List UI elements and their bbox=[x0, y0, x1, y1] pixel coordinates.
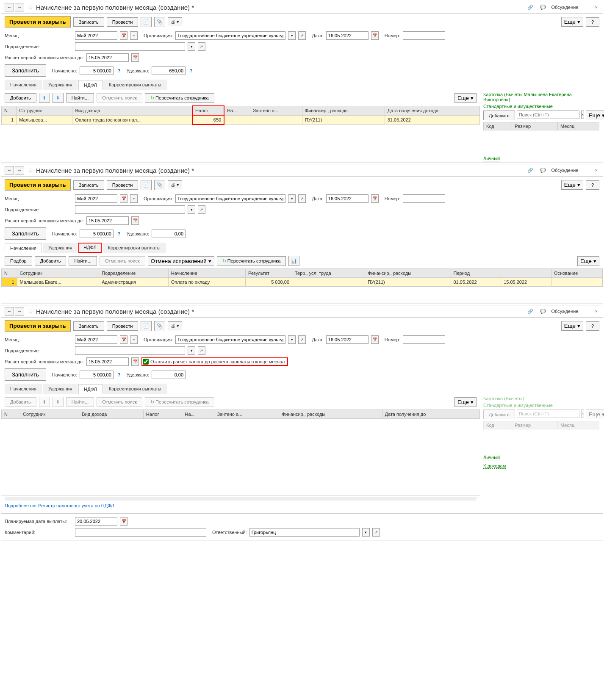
print-dropdown[interactable]: 🖨 ▾ bbox=[168, 321, 182, 330]
close-icon[interactable]: × bbox=[593, 308, 599, 315]
date-input[interactable] bbox=[326, 335, 368, 344]
personal-link[interactable]: Личный bbox=[483, 156, 500, 161]
find-button[interactable]: Найти... bbox=[66, 93, 94, 102]
attach-icon[interactable]: 📎 bbox=[154, 180, 165, 190]
discuss-label[interactable]: Обсуждение bbox=[551, 5, 578, 10]
accrued-input[interactable] bbox=[80, 66, 114, 75]
col-size[interactable]: Размер bbox=[512, 122, 558, 130]
sub-more-button[interactable]: Еще ▾ bbox=[454, 397, 477, 407]
report-icon[interactable]: 📄 bbox=[141, 180, 152, 190]
recalc-button[interactable]: ↻ Пересчитать сотрудника bbox=[145, 93, 214, 103]
back-button[interactable]: ← bbox=[5, 166, 14, 174]
number-input[interactable] bbox=[403, 335, 445, 344]
find-button[interactable]: Найти... bbox=[69, 256, 97, 266]
tab-ndfl[interactable]: НДФЛ bbox=[78, 80, 102, 90]
scrollbar[interactable] bbox=[5, 497, 477, 501]
right-more-button[interactable]: Еще ▾ bbox=[586, 111, 604, 120]
month-spin-icon[interactable]: ÷ bbox=[130, 194, 138, 203]
date-input[interactable] bbox=[326, 194, 368, 203]
post-button[interactable]: Провести bbox=[107, 321, 139, 331]
help-button[interactable]: ? bbox=[586, 180, 599, 190]
col-month[interactable]: Месяц bbox=[558, 122, 599, 130]
table-row[interactable]: 1 Малышева... Оплата труда (основная нал… bbox=[2, 115, 480, 125]
org-open-icon[interactable]: ↗ bbox=[298, 31, 306, 40]
print-dropdown[interactable]: 🖨 ▾ bbox=[168, 180, 182, 189]
print-dropdown[interactable]: 🖨 ▾ bbox=[168, 17, 182, 26]
right-add-button[interactable]: Добавить bbox=[483, 409, 515, 419]
help-button[interactable]: ? bbox=[586, 321, 599, 331]
favorite-icon[interactable]: ☆ bbox=[28, 3, 33, 11]
cancel-search-button[interactable]: Отменить поиск bbox=[100, 256, 145, 266]
col-credited[interactable]: Зачтено а... bbox=[250, 106, 302, 115]
tab-deductions[interactable]: Удержания bbox=[43, 384, 78, 394]
clear-search-icon[interactable]: × bbox=[581, 111, 584, 119]
org-input[interactable] bbox=[175, 335, 285, 344]
col-income[interactable]: Вид дохода bbox=[72, 106, 192, 115]
recalc-button[interactable]: ↻ Пересчитать сотрудника bbox=[145, 397, 214, 407]
favorite-icon[interactable]: ☆ bbox=[28, 166, 33, 174]
col-emp[interactable]: Сотрудник bbox=[17, 106, 72, 115]
withheld-input[interactable] bbox=[152, 230, 186, 238]
calc-date-input[interactable] bbox=[86, 216, 129, 225]
dept-select-icon[interactable]: ▾ bbox=[188, 42, 195, 51]
selection-button[interactable]: Подбор bbox=[5, 256, 32, 266]
dept-input[interactable] bbox=[75, 205, 185, 214]
fill-button[interactable]: Заполнить bbox=[5, 227, 46, 240]
org-input[interactable] bbox=[175, 31, 285, 40]
number-input[interactable] bbox=[403, 31, 445, 40]
calc-date-input[interactable] bbox=[86, 357, 129, 366]
personal-link[interactable]: Личный bbox=[483, 455, 500, 460]
planned-input[interactable] bbox=[75, 517, 117, 526]
cancel-search-button[interactable]: Отменить поиск bbox=[97, 397, 142, 407]
month-cal-icon[interactable]: 📅 bbox=[120, 194, 127, 203]
right-search-input[interactable] bbox=[517, 111, 579, 119]
post-close-button[interactable]: Провести и закрыть bbox=[5, 179, 71, 191]
close-icon[interactable]: × bbox=[593, 4, 599, 11]
col-code[interactable]: Код bbox=[484, 122, 512, 130]
move-down-button[interactable]: ⬇ bbox=[53, 397, 64, 407]
accrued-help-icon[interactable]: ? bbox=[118, 68, 121, 73]
post-close-button[interactable]: Провести и закрыть bbox=[5, 320, 71, 332]
month-input[interactable] bbox=[75, 194, 117, 203]
to-income-link[interactable]: К доходам bbox=[483, 463, 506, 469]
tab-corrections[interactable]: Корректировки выплаты bbox=[103, 243, 166, 253]
attach-icon[interactable]: 📎 bbox=[154, 17, 165, 27]
sub-more-button[interactable]: Еще ▾ bbox=[577, 256, 599, 266]
menu-icon[interactable]: ⋮ bbox=[582, 4, 590, 11]
tab-deductions[interactable]: Удержания bbox=[43, 243, 78, 253]
register-link[interactable]: Подробнее см. Регистр налогового учета п… bbox=[5, 503, 114, 508]
accrued-input[interactable] bbox=[80, 230, 114, 238]
recalc-button[interactable]: ↻ Пересчитать сотрудника bbox=[217, 256, 286, 266]
month-spin-icon[interactable]: ÷ bbox=[130, 31, 138, 40]
org-select-icon[interactable]: ▾ bbox=[288, 31, 296, 40]
right-search-input[interactable] bbox=[517, 409, 579, 418]
post-button[interactable]: Провести bbox=[107, 180, 139, 190]
sub-more-button[interactable]: Еще ▾ bbox=[454, 93, 477, 103]
calc-cal-icon[interactable]: 📅 bbox=[131, 53, 139, 62]
col-on[interactable]: На... bbox=[224, 106, 250, 115]
date-input[interactable] bbox=[326, 31, 368, 40]
number-input[interactable] bbox=[403, 194, 445, 203]
withheld-input[interactable] bbox=[152, 371, 186, 379]
add-button[interactable]: Добавить bbox=[35, 256, 66, 266]
col-fin[interactable]: Финансир., расходы bbox=[302, 106, 385, 115]
tab-corrections[interactable]: Корректировки выплаты bbox=[103, 80, 167, 90]
more-button[interactable]: Еще ▾ bbox=[561, 180, 583, 190]
back-button[interactable]: ← bbox=[5, 307, 14, 315]
tab-accruals[interactable]: Начисления bbox=[5, 384, 42, 394]
discuss-icon[interactable]: 💬 bbox=[538, 167, 548, 174]
forward-button[interactable]: → bbox=[15, 166, 24, 174]
cancel-fix-button[interactable]: Отмена исправлений ▾ bbox=[148, 256, 214, 266]
menu-icon[interactable]: ⋮ bbox=[582, 167, 590, 174]
col-tax[interactable]: Налог bbox=[192, 106, 224, 115]
post-button[interactable]: Провести bbox=[107, 17, 139, 27]
more-button[interactable]: Еще ▾ bbox=[561, 321, 583, 331]
col-date[interactable]: Дата получения дохода bbox=[385, 106, 479, 115]
withheld-input[interactable] bbox=[152, 66, 186, 75]
col-n[interactable]: N bbox=[2, 106, 17, 115]
discuss-label[interactable]: Обсуждение bbox=[551, 168, 578, 173]
right-add-button[interactable]: Добавить bbox=[483, 111, 515, 120]
tab-corrections[interactable]: Корректировки выплаты bbox=[103, 384, 167, 394]
table-row[interactable]: 1 Малышева Екате... Администрация Оплата… bbox=[2, 278, 603, 287]
tab-deductions[interactable]: Удержания bbox=[43, 80, 78, 90]
